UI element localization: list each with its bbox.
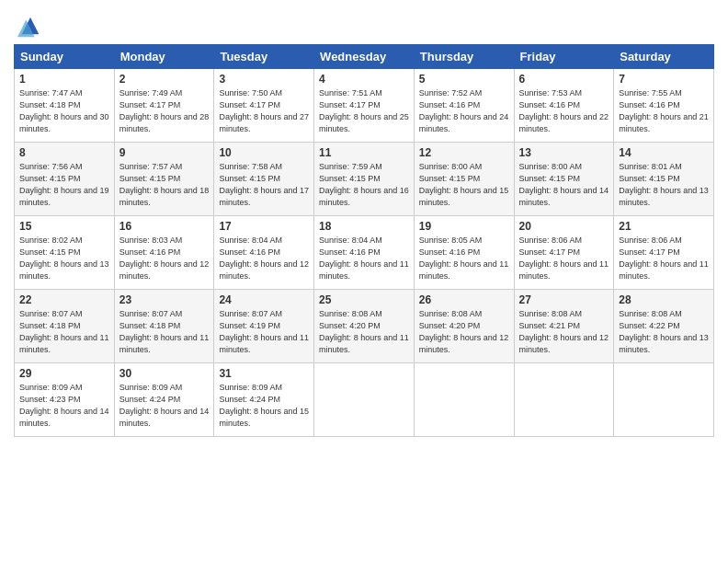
week-row-5: 29Sunrise: 8:09 AMSunset: 4:23 PMDayligh… [15, 363, 714, 437]
day-info: Sunrise: 8:00 AMSunset: 4:15 PMDaylight:… [519, 161, 609, 209]
calendar-cell: 18Sunrise: 8:04 AMSunset: 4:16 PMDayligh… [314, 216, 415, 290]
calendar-cell [514, 363, 614, 437]
day-number: 29 [19, 367, 109, 380]
calendar-cell: 20Sunrise: 8:06 AMSunset: 4:17 PMDayligh… [514, 216, 614, 290]
day-info: Sunrise: 7:53 AMSunset: 4:16 PMDaylight:… [519, 87, 609, 135]
day-number: 20 [519, 220, 609, 233]
day-info: Sunrise: 7:52 AMSunset: 4:16 PMDaylight:… [419, 87, 509, 135]
day-info: Sunrise: 8:04 AMSunset: 4:16 PMDaylight:… [219, 235, 309, 282]
day-info: Sunrise: 8:07 AMSunset: 4:18 PMDaylight:… [119, 308, 210, 356]
day-number: 14 [619, 146, 709, 159]
calendar-cell: 24Sunrise: 8:07 AMSunset: 4:19 PMDayligh… [214, 290, 314, 363]
calendar-cell: 8Sunrise: 7:56 AMSunset: 4:15 PMDaylight… [15, 143, 115, 216]
day-info: Sunrise: 7:51 AMSunset: 4:17 PMDaylight:… [319, 87, 409, 135]
day-info: Sunrise: 8:03 AMSunset: 4:16 PMDaylight:… [119, 235, 210, 282]
day-number: 25 [319, 293, 409, 306]
day-info: Sunrise: 8:07 AMSunset: 4:19 PMDaylight:… [219, 308, 309, 356]
calendar-cell: 31Sunrise: 8:09 AMSunset: 4:24 PMDayligh… [214, 363, 314, 437]
calendar-cell: 14Sunrise: 8:01 AMSunset: 4:15 PMDayligh… [614, 143, 714, 216]
day-info: Sunrise: 8:02 AMSunset: 4:15 PMDaylight:… [19, 235, 109, 282]
day-info: Sunrise: 8:07 AMSunset: 4:18 PMDaylight:… [19, 308, 109, 356]
weekday-header-row: SundayMondayTuesdayWednesdayThursdayFrid… [15, 45, 714, 69]
calendar-cell: 22Sunrise: 8:07 AMSunset: 4:18 PMDayligh… [15, 290, 115, 363]
day-number: 5 [419, 73, 509, 86]
day-info: Sunrise: 8:06 AMSunset: 4:17 PMDaylight:… [519, 235, 609, 282]
weekday-header-wednesday: Wednesday [314, 45, 415, 69]
day-info: Sunrise: 8:00 AMSunset: 4:15 PMDaylight:… [419, 161, 509, 209]
day-info: Sunrise: 8:09 AMSunset: 4:24 PMDaylight:… [119, 382, 210, 430]
calendar-cell: 9Sunrise: 7:57 AMSunset: 4:15 PMDaylight… [114, 143, 214, 216]
weekday-header-tuesday: Tuesday [214, 45, 314, 69]
day-info: Sunrise: 8:08 AMSunset: 4:20 PMDaylight:… [419, 308, 509, 356]
calendar-cell: 4Sunrise: 7:51 AMSunset: 4:17 PMDaylight… [314, 69, 415, 143]
calendar-cell: 26Sunrise: 8:08 AMSunset: 4:20 PMDayligh… [414, 290, 514, 363]
weekday-header-sunday: Sunday [15, 45, 115, 69]
week-row-4: 22Sunrise: 8:07 AMSunset: 4:18 PMDayligh… [15, 290, 714, 363]
day-info: Sunrise: 8:06 AMSunset: 4:17 PMDaylight:… [619, 235, 709, 282]
day-info: Sunrise: 7:47 AMSunset: 4:18 PMDaylight:… [19, 87, 109, 135]
calendar-cell: 12Sunrise: 8:00 AMSunset: 4:15 PMDayligh… [414, 143, 514, 216]
calendar-cell: 3Sunrise: 7:50 AMSunset: 4:17 PMDaylight… [214, 69, 314, 143]
day-info: Sunrise: 7:59 AMSunset: 4:15 PMDaylight:… [319, 161, 409, 209]
calendar-cell [414, 363, 514, 437]
page-container: SundayMondayTuesdayWednesdayThursdayFrid… [0, 0, 728, 446]
weekday-header-friday: Friday [514, 45, 614, 69]
calendar-cell: 25Sunrise: 8:08 AMSunset: 4:20 PMDayligh… [314, 290, 415, 363]
day-number: 26 [419, 293, 509, 306]
calendar-cell: 19Sunrise: 8:05 AMSunset: 4:16 PMDayligh… [414, 216, 514, 290]
calendar-cell: 27Sunrise: 8:08 AMSunset: 4:21 PMDayligh… [514, 290, 614, 363]
day-number: 18 [319, 220, 409, 233]
calendar-table: SundayMondayTuesdayWednesdayThursdayFrid… [14, 44, 714, 437]
day-number: 24 [219, 293, 309, 306]
day-number: 7 [619, 73, 709, 86]
day-info: Sunrise: 8:05 AMSunset: 4:16 PMDaylight:… [419, 235, 509, 282]
calendar-cell: 1Sunrise: 7:47 AMSunset: 4:18 PMDaylight… [15, 69, 115, 143]
calendar-cell: 6Sunrise: 7:53 AMSunset: 4:16 PMDaylight… [514, 69, 614, 143]
calendar-cell: 23Sunrise: 8:07 AMSunset: 4:18 PMDayligh… [114, 290, 214, 363]
day-number: 23 [119, 293, 210, 306]
day-number: 31 [219, 367, 309, 380]
calendar-cell: 16Sunrise: 8:03 AMSunset: 4:16 PMDayligh… [114, 216, 214, 290]
week-row-3: 15Sunrise: 8:02 AMSunset: 4:15 PMDayligh… [15, 216, 714, 290]
day-info: Sunrise: 8:09 AMSunset: 4:23 PMDaylight:… [19, 382, 109, 430]
day-number: 22 [19, 293, 109, 306]
day-number: 17 [219, 220, 309, 233]
day-number: 27 [519, 293, 609, 306]
calendar-cell: 30Sunrise: 8:09 AMSunset: 4:24 PMDayligh… [114, 363, 214, 437]
day-number: 6 [519, 73, 609, 86]
day-number: 21 [619, 220, 709, 233]
day-info: Sunrise: 7:57 AMSunset: 4:15 PMDaylight:… [119, 161, 210, 209]
day-number: 19 [419, 220, 509, 233]
day-info: Sunrise: 7:50 AMSunset: 4:17 PMDaylight:… [219, 87, 309, 135]
calendar-cell: 28Sunrise: 8:08 AMSunset: 4:22 PMDayligh… [614, 290, 714, 363]
day-info: Sunrise: 7:55 AMSunset: 4:16 PMDaylight:… [619, 87, 709, 135]
calendar-cell: 29Sunrise: 8:09 AMSunset: 4:23 PMDayligh… [15, 363, 115, 437]
day-info: Sunrise: 8:08 AMSunset: 4:20 PMDaylight:… [319, 308, 409, 356]
day-number: 4 [319, 73, 409, 86]
day-number: 11 [319, 146, 409, 159]
day-number: 10 [219, 146, 309, 159]
day-info: Sunrise: 8:04 AMSunset: 4:16 PMDaylight:… [319, 235, 409, 282]
calendar-cell: 5Sunrise: 7:52 AMSunset: 4:16 PMDaylight… [414, 69, 514, 143]
calendar-cell: 21Sunrise: 8:06 AMSunset: 4:17 PMDayligh… [614, 216, 714, 290]
day-info: Sunrise: 7:49 AMSunset: 4:17 PMDaylight:… [119, 87, 210, 135]
day-number: 12 [419, 146, 509, 159]
weekday-header-monday: Monday [114, 45, 214, 69]
calendar-cell: 7Sunrise: 7:55 AMSunset: 4:16 PMDaylight… [614, 69, 714, 143]
day-number: 13 [519, 146, 609, 159]
week-row-2: 8Sunrise: 7:56 AMSunset: 4:15 PMDaylight… [15, 143, 714, 216]
day-number: 2 [119, 73, 210, 86]
weekday-header-saturday: Saturday [614, 45, 714, 69]
day-info: Sunrise: 8:08 AMSunset: 4:21 PMDaylight:… [519, 308, 609, 356]
day-number: 16 [119, 220, 210, 233]
day-number: 28 [619, 293, 709, 306]
day-info: Sunrise: 8:09 AMSunset: 4:24 PMDaylight:… [219, 382, 309, 430]
calendar-cell: 13Sunrise: 8:00 AMSunset: 4:15 PMDayligh… [514, 143, 614, 216]
calendar-cell: 15Sunrise: 8:02 AMSunset: 4:15 PMDayligh… [15, 216, 115, 290]
day-number: 3 [219, 73, 309, 86]
day-number: 8 [19, 146, 109, 159]
day-number: 15 [19, 220, 109, 233]
day-info: Sunrise: 8:01 AMSunset: 4:15 PMDaylight:… [619, 161, 709, 209]
logo-icon [17, 13, 43, 39]
calendar-cell: 10Sunrise: 7:58 AMSunset: 4:15 PMDayligh… [214, 143, 314, 216]
